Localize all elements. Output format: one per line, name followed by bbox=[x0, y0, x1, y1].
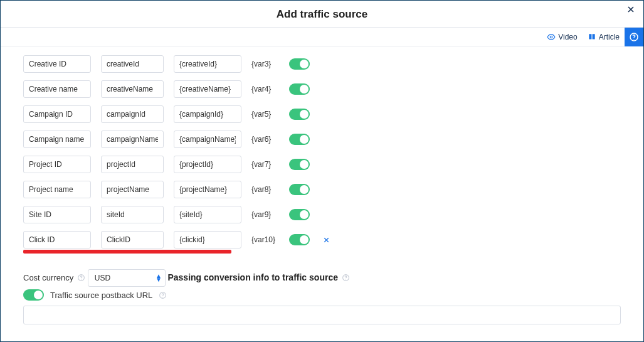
param-key-input[interactable] bbox=[101, 131, 164, 148]
param-row: {var6} bbox=[23, 131, 621, 148]
close-icon bbox=[626, 4, 636, 14]
param-row: {var7} bbox=[23, 156, 621, 173]
param-key-input[interactable] bbox=[101, 156, 164, 173]
modal-body[interactable]: {var3}{var4}{var5}{var6}{var7}{var8}{var… bbox=[1, 46, 643, 341]
param-toggle[interactable] bbox=[289, 58, 310, 70]
var-label: {var3} bbox=[251, 60, 279, 68]
param-toggle[interactable] bbox=[289, 209, 310, 220]
param-toggle[interactable] bbox=[289, 109, 310, 120]
param-token-input[interactable] bbox=[174, 80, 241, 98]
param-token-input[interactable] bbox=[174, 206, 241, 223]
param-name-input[interactable] bbox=[23, 156, 91, 173]
modal-title: Add traffic source bbox=[1, 8, 643, 21]
param-row: {var4} bbox=[23, 80, 621, 98]
param-key-input[interactable] bbox=[101, 181, 164, 198]
eye-icon bbox=[547, 33, 556, 41]
help-icon[interactable] bbox=[159, 291, 167, 299]
help-toolbar: Video Article bbox=[1, 28, 643, 46]
var-label: {var10} bbox=[251, 235, 279, 244]
close-button[interactable] bbox=[626, 4, 636, 14]
book-icon bbox=[588, 33, 596, 41]
article-label: Article bbox=[599, 33, 620, 41]
param-key-input[interactable] bbox=[101, 55, 164, 73]
param-name-input[interactable] bbox=[23, 231, 91, 248]
help-icon[interactable] bbox=[77, 274, 85, 282]
param-toggle[interactable] bbox=[289, 184, 310, 195]
param-name-input[interactable] bbox=[23, 206, 91, 223]
article-link[interactable]: Article bbox=[583, 33, 625, 41]
postback-url-input[interactable] bbox=[23, 306, 621, 324]
help-button[interactable] bbox=[625, 28, 643, 46]
var-label: {var9} bbox=[251, 210, 279, 219]
param-toggle[interactable] bbox=[289, 134, 310, 145]
param-name-input[interactable] bbox=[23, 105, 91, 123]
passing-section-title: Passing conversion info to traffic sourc… bbox=[167, 272, 350, 282]
param-token-input[interactable] bbox=[174, 131, 241, 148]
close-icon bbox=[322, 236, 330, 244]
var-label: {var5} bbox=[251, 110, 279, 119]
param-name-input[interactable] bbox=[23, 80, 91, 98]
param-name-input[interactable] bbox=[23, 131, 91, 148]
param-token-input[interactable] bbox=[174, 181, 241, 198]
var-label: {var4} bbox=[251, 85, 279, 94]
param-toggle[interactable] bbox=[289, 159, 310, 170]
var-label: {var6} bbox=[251, 135, 279, 144]
remove-row-button[interactable] bbox=[322, 236, 330, 244]
cost-currency-select[interactable]: USD bbox=[88, 269, 166, 287]
svg-point-2 bbox=[633, 38, 634, 39]
svg-point-8 bbox=[162, 296, 163, 297]
param-token-input[interactable] bbox=[174, 231, 241, 248]
param-token-input[interactable] bbox=[174, 105, 241, 123]
question-icon bbox=[629, 32, 639, 42]
param-key-input[interactable] bbox=[101, 80, 164, 98]
param-row: {var5} bbox=[23, 105, 621, 123]
var-label: {var7} bbox=[251, 160, 279, 169]
help-icon[interactable] bbox=[342, 274, 350, 282]
video-link[interactable]: Video bbox=[542, 33, 582, 41]
postback-label: Traffic source postback URL bbox=[50, 291, 152, 300]
svg-point-6 bbox=[346, 279, 346, 279]
param-row: {var10} bbox=[23, 231, 621, 248]
param-toggle[interactable] bbox=[289, 234, 310, 245]
video-label: Video bbox=[558, 33, 577, 41]
param-toggle[interactable] bbox=[289, 83, 310, 95]
param-key-input[interactable] bbox=[101, 231, 164, 248]
postback-toggle[interactable] bbox=[23, 289, 44, 301]
param-token-input[interactable] bbox=[174, 55, 241, 73]
var-label: {var8} bbox=[251, 185, 279, 194]
param-row: {var9} bbox=[23, 206, 621, 223]
param-key-input[interactable] bbox=[101, 105, 164, 123]
param-name-input[interactable] bbox=[23, 181, 91, 198]
cost-currency-label: Cost currency bbox=[23, 273, 85, 282]
param-row: {var8} bbox=[23, 181, 621, 198]
svg-point-4 bbox=[81, 279, 82, 280]
param-name-input[interactable] bbox=[23, 55, 91, 73]
svg-point-0 bbox=[550, 36, 552, 38]
param-token-input[interactable] bbox=[174, 156, 241, 173]
param-row: {var3} bbox=[23, 55, 621, 73]
param-key-input[interactable] bbox=[101, 206, 164, 223]
